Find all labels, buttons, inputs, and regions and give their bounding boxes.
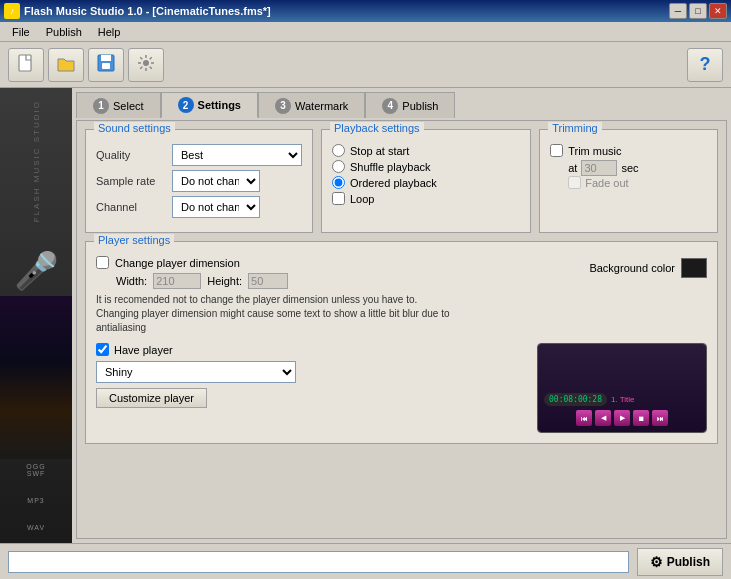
menu-help[interactable]: Help (90, 24, 129, 40)
ordered-playback-radio[interactable] (332, 176, 345, 189)
open-button[interactable] (48, 48, 84, 82)
width-label: Width: (116, 275, 147, 287)
fade-out-checkbox (568, 176, 581, 189)
menu-publish[interactable]: Publish (38, 24, 90, 40)
minimize-button[interactable]: ─ (669, 3, 687, 19)
microphone-icon: 🎤 (14, 250, 59, 292)
new-button[interactable] (8, 48, 44, 82)
change-dimension-checkbox[interactable] (96, 256, 109, 269)
stop-at-start-radio[interactable] (332, 144, 345, 157)
status-bar: ⚙ Publish (0, 543, 731, 579)
player-prev-button[interactable]: ⏮ (576, 410, 592, 426)
sample-rate-label: Sample rate (96, 175, 166, 187)
app-icon: ♪ (4, 3, 20, 19)
tab-label-settings: Settings (198, 99, 241, 111)
svg-rect-2 (101, 55, 111, 61)
toolbar: ? (0, 42, 731, 88)
channel-select[interactable]: Do not change (172, 196, 260, 218)
window-title: Flash Music Studio 1.0 - [CinematicTunes… (24, 5, 271, 17)
trim-music-checkbox[interactable] (550, 144, 563, 157)
bg-color-label: Background color (589, 262, 675, 274)
sample-rate-select[interactable]: Do not change (172, 170, 260, 192)
quality-label: Quality (96, 149, 166, 161)
bg-color-picker[interactable] (681, 258, 707, 278)
tab-select[interactable]: 1 Select (76, 92, 161, 118)
menu-bar: File Publish Help (0, 22, 731, 42)
stop-at-start-label: Stop at start (350, 145, 409, 157)
tab-settings[interactable]: 2 Settings (161, 92, 258, 118)
maximize-button[interactable]: □ (689, 3, 707, 19)
sec-label: sec (621, 162, 638, 174)
tab-watermark[interactable]: 3 Watermark (258, 92, 365, 118)
help-icon: ? (700, 54, 711, 75)
tab-num-3: 3 (275, 98, 291, 114)
sidebar-label: Flash Music Studio (32, 100, 41, 222)
fade-out-label: Fade out (585, 177, 628, 189)
tab-label-publish: Publish (402, 100, 438, 112)
player-settings-box: Player settings Change player dimension … (85, 241, 718, 444)
have-player-label: Have player (114, 344, 173, 356)
sound-settings-title: Sound settings (94, 122, 175, 134)
playback-settings-box: Playback settings Stop at start Shuffle … (321, 129, 531, 233)
trim-music-label: Trim music (568, 145, 621, 157)
content-area: 1 Select 2 Settings 3 Watermark 4 Publis… (72, 88, 731, 543)
player-stop-button[interactable]: ⏹ (633, 410, 649, 426)
change-dimension-label: Change player dimension (115, 257, 240, 269)
svg-rect-3 (102, 63, 110, 69)
status-input[interactable] (8, 551, 629, 573)
tab-num-1: 1 (93, 98, 109, 114)
publish-label: Publish (667, 555, 710, 569)
loop-label: Loop (350, 193, 374, 205)
close-button[interactable]: ✕ (709, 3, 727, 19)
new-icon (16, 53, 36, 77)
channel-label: Channel (96, 201, 166, 213)
tab-num-2: 2 (178, 97, 194, 113)
trimming-title: Trimming (548, 122, 601, 134)
player-time: 00:08:00:28 (544, 393, 607, 406)
svg-rect-0 (19, 55, 31, 71)
ordered-playback-label: Ordered playback (350, 177, 437, 189)
skin-select[interactable]: Shiny (96, 361, 296, 383)
playback-settings-title: Playback settings (330, 122, 424, 134)
help-button[interactable]: ? (687, 48, 723, 82)
player-preview: 00:08:00:28 1. Title ⏮ ◀ ▶ ⏹ ⏭ (537, 343, 707, 433)
at-label: at (568, 162, 577, 174)
sidebar: Flash Music Studio 🎤 OGG SWF MP3 WAV (0, 88, 72, 543)
open-icon (56, 53, 76, 77)
player-next-button[interactable]: ⏭ (652, 410, 668, 426)
loop-checkbox[interactable] (332, 192, 345, 205)
trimming-box: Trimming Trim music at 30 sec (539, 129, 718, 233)
settings-panel: Sound settings Quality Best Sample rate … (76, 120, 727, 539)
sound-settings-box: Sound settings Quality Best Sample rate … (85, 129, 313, 233)
publish-button[interactable]: ⚙ Publish (637, 548, 723, 576)
save-icon (96, 53, 116, 77)
tab-label-select: Select (113, 100, 144, 112)
have-player-checkbox[interactable] (96, 343, 109, 356)
dimension-info-text: It is recomended not to change the playe… (96, 293, 456, 335)
gear-icon (136, 53, 156, 77)
tab-label-watermark: Watermark (295, 100, 348, 112)
title-bar: ♪ Flash Music Studio 1.0 - [CinematicTun… (0, 0, 731, 22)
shuffle-playback-label: Shuffle playback (350, 161, 431, 173)
player-play-button[interactable]: ▶ (614, 410, 630, 426)
height-input[interactable] (248, 273, 288, 289)
save-button[interactable] (88, 48, 124, 82)
player-settings-title: Player settings (94, 234, 174, 246)
tab-bar: 1 Select 2 Settings 3 Watermark 4 Publis… (76, 92, 727, 118)
svg-point-4 (143, 60, 149, 66)
settings-button[interactable] (128, 48, 164, 82)
tab-publish[interactable]: 4 Publish (365, 92, 455, 118)
customize-player-button[interactable]: Customize player (96, 388, 207, 408)
menu-file[interactable]: File (4, 24, 38, 40)
height-label: Height: (207, 275, 242, 287)
publish-gear-icon: ⚙ (650, 554, 663, 570)
tab-num-4: 4 (382, 98, 398, 114)
player-track: 1. Title (611, 395, 635, 404)
quality-select[interactable]: Best (172, 144, 302, 166)
format-labels: OGG SWF MP3 WAV (22, 459, 49, 535)
player-back-button[interactable]: ◀ (595, 410, 611, 426)
shuffle-playback-radio[interactable] (332, 160, 345, 173)
width-input[interactable] (153, 273, 201, 289)
trim-value-input[interactable]: 30 (581, 160, 617, 176)
